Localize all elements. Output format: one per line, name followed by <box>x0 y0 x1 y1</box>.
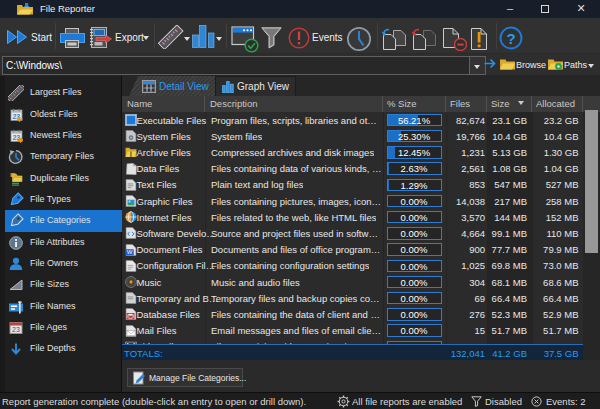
svg-text:W: W <box>126 249 132 255</box>
svg-text:?: ? <box>506 30 515 47</box>
svg-text:23: 23 <box>12 326 20 333</box>
